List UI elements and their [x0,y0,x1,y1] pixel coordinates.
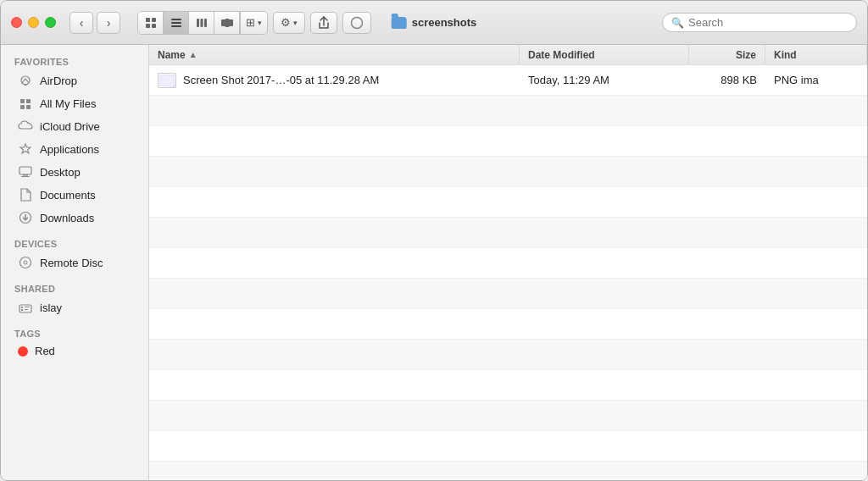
window-title: screenshots [392,16,477,29]
file-kind: PNG ima [774,74,819,86]
svg-rect-4 [171,19,181,20]
file-kind-cell: PNG ima [765,74,867,86]
view-buttons: ⊞ ▾ [137,11,268,35]
file-date-cell: Today, 11:29 AM [520,74,689,86]
svg-point-14 [21,76,30,85]
red-tag-dot [18,346,28,357]
svg-point-13 [352,17,363,28]
svg-rect-0 [146,18,150,22]
arrange-icon: ⊞ [246,16,255,29]
search-box[interactable]: 🔍 [662,13,857,32]
empty-row [149,96,867,126]
main-area: FAVORITES AirDrop [1,45,867,480]
sidebar-item-airdrop[interactable]: AirDrop [4,69,145,91]
close-button[interactable] [11,17,22,28]
tag-button[interactable] [342,12,371,34]
downloads-label: Downloads [40,212,94,224]
documents-icon [18,187,33,202]
empty-row [149,462,867,480]
traffic-lights [11,17,56,28]
sidebar-item-downloads[interactable]: Downloads [4,207,145,229]
search-input[interactable] [688,16,848,29]
folder-icon [392,17,407,29]
minimize-button[interactable] [28,17,39,28]
file-size: 898 KB [721,74,757,86]
empty-row [149,218,867,248]
svg-rect-6 [171,25,181,27]
sidebar-item-icloud-drive[interactable]: iCloud Drive [4,115,145,137]
svg-rect-8 [200,19,203,27]
favorites-header: FAVORITES [1,52,148,69]
empty-row [149,248,867,279]
applications-icon [18,141,33,157]
empty-row [149,401,867,431]
nav-forward-button[interactable]: › [97,12,120,34]
svg-rect-10 [221,19,225,26]
sort-arrow: ▲ [189,50,198,59]
search-icon: 🔍 [671,17,684,29]
all-my-files-icon [18,96,33,111]
empty-row [149,126,867,157]
empty-row [149,309,867,340]
svg-rect-11 [225,19,229,27]
svg-rect-17 [26,99,31,103]
view-coverflow-button[interactable] [214,12,240,34]
svg-rect-22 [21,176,30,177]
desktop-icon [18,164,33,180]
sidebar-item-desktop[interactable]: Desktop [4,161,145,183]
svg-rect-12 [229,19,233,26]
col-name-label: Name [158,49,186,61]
col-header-name[interactable]: Name ▲ [149,45,520,64]
file-list: Screen Shot 2017-…-05 at 11.29.28 AM Tod… [149,65,867,480]
svg-rect-21 [23,174,28,176]
col-header-date[interactable]: Date Modified [520,45,689,64]
table-row[interactable]: Screen Shot 2017-…-05 at 11.29.28 AM Tod… [149,65,867,96]
svg-rect-30 [25,309,28,310]
nav-back-button[interactable]: ‹ [70,12,93,34]
col-size-label: Size [736,49,756,61]
maximize-button[interactable] [45,17,56,28]
sidebar-item-documents[interactable]: Documents [4,184,145,206]
svg-rect-7 [197,19,199,27]
svg-rect-27 [21,307,23,308]
sidebar-item-all-my-files[interactable]: All My Files [4,92,145,114]
finder-window: ‹ › [0,0,868,481]
empty-row [149,279,867,309]
sidebar-item-red-tag[interactable]: Red [4,341,145,361]
airdrop-icon [18,73,33,88]
sidebar-item-remote-disc[interactable]: Remote Disc [4,252,145,274]
nav-buttons: ‹ › [70,12,120,34]
col-header-kind[interactable]: Kind [765,45,867,64]
svg-rect-2 [146,24,150,28]
arrange-button[interactable]: ⊞ ▾ [240,12,267,34]
remote-disc-label: Remote Disc [40,257,103,269]
arrange-chevron: ▾ [258,19,262,27]
view-icon-button[interactable] [138,12,164,34]
view-column-button[interactable] [189,12,214,34]
svg-rect-5 [171,22,181,24]
col-date-label: Date Modified [528,49,595,61]
desktop-label: Desktop [40,166,81,179]
documents-label: Documents [40,189,96,202]
icloud-drive-label: iCloud Drive [40,120,100,133]
empty-row [149,157,867,187]
file-date: Today, 11:29 AM [528,74,609,86]
file-thumbnail [158,73,176,88]
sidebar-item-islay[interactable]: islay [4,296,145,318]
devices-header: DEVICES [1,234,148,251]
svg-rect-18 [20,105,25,109]
file-area: Name ▲ Date Modified Size Kind [149,45,867,480]
shared-header: SHARED [1,279,148,296]
share-button[interactable] [310,12,337,34]
view-list-button[interactable] [164,12,189,34]
svg-rect-19 [26,105,31,109]
empty-row [149,187,867,218]
col-header-size[interactable]: Size [689,45,765,64]
islay-label: islay [40,301,62,314]
sidebar-item-applications[interactable]: Applications [4,138,145,160]
file-name-cell: Screen Shot 2017-…-05 at 11.29.28 AM [149,73,520,88]
airdrop-label: AirDrop [40,75,77,87]
action-button[interactable]: ⚙ ▾ [273,12,305,34]
tags-header: TAGS [1,323,148,340]
svg-rect-26 [19,305,31,312]
